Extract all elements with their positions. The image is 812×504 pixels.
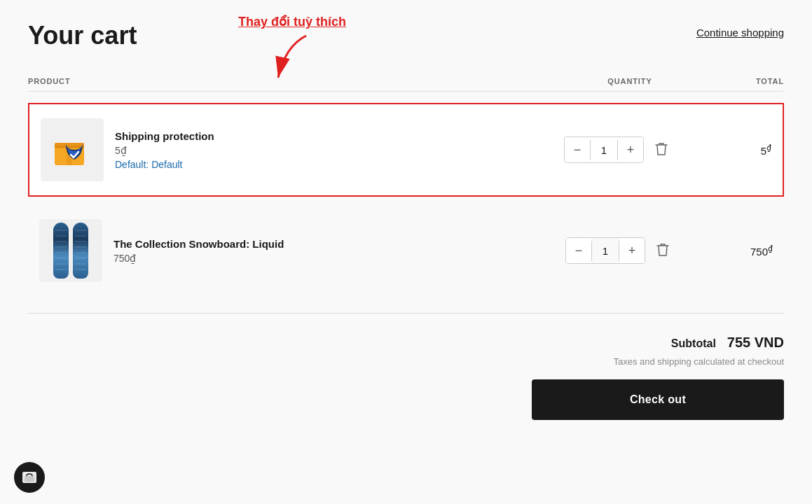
annotation-text: Thay đổi tuỳ thích	[238, 14, 346, 29]
product-price-1: 5₫	[115, 145, 214, 156]
trash-icon-1	[655, 142, 668, 156]
increase-qty-btn-1[interactable]: +	[618, 137, 643, 162]
product-price-2: 750₫	[113, 253, 284, 264]
quantity-control-1: − 1 +	[564, 136, 644, 163]
column-header-total: TOTAL	[700, 77, 784, 85]
cart-divider	[28, 313, 784, 314]
product-info-2: The Collection Snowboard: Liquid 750₫	[113, 238, 284, 264]
product-image-snowboard	[39, 219, 102, 282]
annotation-arrow	[264, 32, 320, 88]
decrease-qty-btn-1[interactable]: −	[565, 137, 590, 162]
subtotal-row: Subtotal 755 VND	[671, 335, 784, 351]
svg-rect-4	[55, 146, 84, 148]
product-info-1: Shipping protection 5₫ Default: Default	[115, 130, 214, 170]
subtotal-amount: 755 VND	[727, 335, 784, 351]
checkout-button[interactable]: Check out	[532, 379, 784, 420]
cart-header: Your cart Thay đổi tuỳ thích Continue sh…	[28, 21, 784, 50]
shopify-badge[interactable]	[14, 462, 45, 493]
cart-item-snowboard: The Collection Snowboard: Liquid 750₫ − …	[28, 205, 784, 296]
svg-rect-6	[25, 476, 34, 482]
qty-value-2: 1	[591, 241, 619, 261]
product-cell-1: Shipping protection 5₫ Default: Default	[41, 118, 547, 181]
snowboard-board-1	[53, 223, 69, 279]
total-cell-2: 750₫	[689, 244, 773, 258]
product-name-2: The Collection Snowboard: Liquid	[113, 238, 284, 250]
shipping-protection-icon	[48, 129, 97, 171]
product-variant-1: Default: Default	[115, 159, 214, 170]
snowboard-visual	[53, 223, 88, 279]
subtotal-label: Subtotal	[671, 337, 716, 350]
subtotal-section: Subtotal 755 VND Taxes and shipping calc…	[28, 335, 784, 420]
tax-note: Taxes and shipping calculated at checkou…	[613, 356, 784, 367]
continue-shopping-link[interactable]: Continue shopping	[696, 27, 784, 38]
quantity-control-2: − 1 +	[565, 237, 645, 264]
delete-item-btn-1[interactable]	[652, 139, 670, 161]
increase-qty-btn-2[interactable]: +	[619, 238, 645, 263]
qty-value-1: 1	[590, 140, 618, 160]
product-image-shipping	[41, 118, 104, 181]
annotation-container: Thay đổi tuỳ thích	[238, 14, 346, 88]
column-header-quantity: QUANTITY	[560, 77, 700, 85]
product-cell-2: The Collection Snowboard: Liquid 750₫	[39, 219, 549, 282]
decrease-qty-btn-2[interactable]: −	[566, 238, 591, 263]
page-container: Your cart Thay đổi tuỳ thích Continue sh…	[0, 0, 812, 504]
page-title: Your cart	[28, 21, 137, 50]
total-cell-1: 5₫	[687, 144, 771, 157]
quantity-cell-1: − 1 +	[547, 136, 687, 163]
cart-item-shipping-protection: Shipping protection 5₫ Default: Default …	[28, 103, 784, 197]
table-header: PRODUCT QUANTITY TOTAL	[28, 71, 784, 92]
product-name-1: Shipping protection	[115, 130, 214, 142]
trash-icon-2	[656, 243, 669, 257]
snowboard-board-2	[73, 223, 88, 279]
delete-item-btn-2[interactable]	[654, 240, 672, 262]
shopify-icon	[21, 469, 38, 486]
quantity-cell-2: − 1 +	[549, 237, 689, 264]
